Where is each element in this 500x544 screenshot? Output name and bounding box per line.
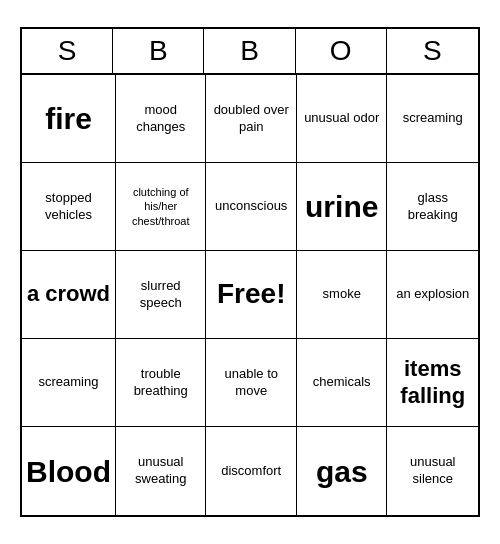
bingo-cell-22: discomfort xyxy=(206,427,297,515)
bingo-cell-2: doubled over pain xyxy=(206,75,297,163)
bingo-cell-8: urine xyxy=(297,163,388,251)
bingo-cell-16: trouble breathing xyxy=(116,339,207,427)
bingo-cell-1: mood changes xyxy=(116,75,207,163)
bingo-cell-9: glass breaking xyxy=(387,163,478,251)
bingo-cell-20: Blood xyxy=(22,427,116,515)
header-letter-1: B xyxy=(113,29,204,73)
bingo-cell-4: screaming xyxy=(387,75,478,163)
bingo-cell-15: screaming xyxy=(22,339,116,427)
bingo-cell-18: chemicals xyxy=(297,339,388,427)
bingo-cell-12: Free! xyxy=(206,251,297,339)
header-letter-4: S xyxy=(387,29,478,73)
bingo-cell-13: smoke xyxy=(297,251,388,339)
bingo-cell-7: unconscious xyxy=(206,163,297,251)
bingo-grid: firemood changesdoubled over painunusual… xyxy=(22,75,478,515)
bingo-header: SBBOS xyxy=(22,29,478,75)
bingo-cell-0: fire xyxy=(22,75,116,163)
header-letter-2: B xyxy=(204,29,295,73)
bingo-cell-24: unusual silence xyxy=(387,427,478,515)
bingo-cell-23: gas xyxy=(297,427,388,515)
bingo-cell-19: items falling xyxy=(387,339,478,427)
bingo-cell-3: unusual odor xyxy=(297,75,388,163)
bingo-cell-17: unable to move xyxy=(206,339,297,427)
bingo-card: SBBOS firemood changesdoubled over painu… xyxy=(20,27,480,517)
bingo-cell-5: stopped vehicles xyxy=(22,163,116,251)
header-letter-0: S xyxy=(22,29,113,73)
bingo-cell-10: a crowd xyxy=(22,251,116,339)
bingo-cell-21: unusual sweating xyxy=(116,427,207,515)
bingo-cell-11: slurred speech xyxy=(116,251,207,339)
bingo-cell-14: an explosion xyxy=(387,251,478,339)
bingo-cell-6: clutching of his/her chest/throat xyxy=(116,163,207,251)
header-letter-3: O xyxy=(296,29,387,73)
